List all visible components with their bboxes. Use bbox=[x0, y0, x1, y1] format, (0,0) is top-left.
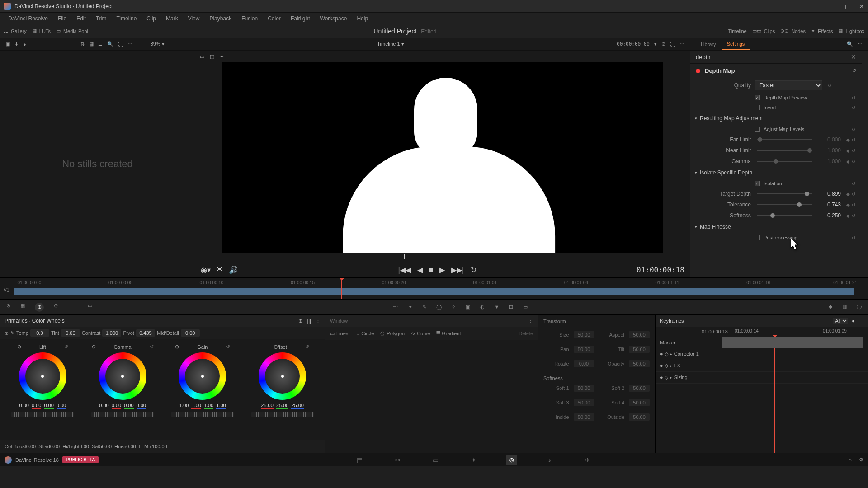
picker-icon[interactable]: ⊕ bbox=[92, 344, 96, 350]
luts-toggle[interactable]: ▦ LUTs bbox=[32, 28, 51, 34]
gain-wheel[interactable] bbox=[179, 352, 226, 400]
maximize-button[interactable]: ▢ bbox=[845, 3, 851, 10]
list-view-icon[interactable]: ☰ bbox=[98, 41, 103, 47]
picker-icon[interactable]: ✎ bbox=[10, 330, 14, 336]
menu-item[interactable]: File bbox=[53, 14, 71, 23]
loop-button[interactable]: ↻ bbox=[471, 266, 476, 274]
grid-view-icon[interactable]: ▦ bbox=[89, 41, 94, 47]
middetail-value[interactable]: 0.00 bbox=[181, 329, 200, 337]
search-icon[interactable]: 🔍 bbox=[107, 41, 113, 47]
page-color[interactable]: ⊚ bbox=[506, 455, 517, 465]
reset-icon[interactable]: ↺ bbox=[852, 105, 855, 110]
quality-select[interactable]: Faster bbox=[755, 80, 822, 90]
far-limit-slider[interactable] bbox=[757, 139, 812, 140]
gamma-wheel[interactable] bbox=[99, 352, 146, 400]
reset-icon[interactable]: ↺ bbox=[852, 95, 855, 100]
first-frame-button[interactable]: |◀◀ bbox=[398, 266, 411, 274]
reset-icon[interactable]: ↺ bbox=[305, 344, 309, 350]
scopes-icon[interactable]: ▥ bbox=[842, 304, 847, 310]
sizing-icon[interactable]: ⊞ bbox=[509, 304, 513, 310]
picker-icon[interactable]: ⊕ bbox=[17, 344, 21, 350]
softness-slider[interactable] bbox=[757, 215, 812, 216]
blur-icon[interactable]: ◐ bbox=[480, 304, 485, 310]
timecode[interactable]: 00:00:00:00 bbox=[617, 41, 650, 47]
rgb-mixer-icon[interactable]: ⋮⋮ bbox=[68, 303, 78, 312]
viewer-scrubber[interactable] bbox=[201, 253, 684, 262]
mediapool-toggle[interactable]: ▭ Media Pool bbox=[56, 28, 88, 34]
minimize-button[interactable]: — bbox=[830, 3, 837, 10]
zoom-level[interactable]: 39% ▾ bbox=[151, 41, 165, 47]
lift-wheel[interactable] bbox=[19, 352, 66, 400]
target-depth-slider[interactable] bbox=[757, 193, 812, 194]
shape-gradient[interactable]: ▀ Gradient bbox=[436, 331, 461, 336]
menu-item[interactable]: DaVinci Resolve bbox=[4, 14, 52, 23]
near-limit-slider[interactable] bbox=[757, 150, 812, 151]
tolerance-slider[interactable] bbox=[757, 204, 812, 205]
hdr-icon[interactable]: ⊙ bbox=[54, 303, 58, 312]
clear-search-icon[interactable]: ✕ bbox=[851, 53, 856, 61]
temp-value[interactable]: 0.0 bbox=[30, 329, 49, 337]
highlight-icon[interactable]: ✦ bbox=[220, 54, 224, 60]
viewport[interactable] bbox=[222, 62, 663, 253]
lift-jog[interactable] bbox=[11, 412, 74, 417]
shape-polygon[interactable]: ⬠ Polygon bbox=[380, 331, 405, 337]
menu-item[interactable]: Mark bbox=[161, 14, 183, 23]
tint-value[interactable]: 0.00 bbox=[61, 329, 80, 337]
home-icon[interactable]: ⌂ bbox=[849, 457, 852, 463]
nodes-toggle[interactable]: ⊙⊙ Nodes bbox=[780, 28, 806, 34]
dot-icon[interactable]: ● bbox=[23, 42, 26, 47]
reset-icon[interactable]: ↺ bbox=[852, 127, 855, 132]
offset-wheel[interactable] bbox=[259, 352, 306, 400]
settings-more-icon[interactable]: ⋯ bbox=[858, 41, 863, 47]
gain-jog[interactable] bbox=[171, 412, 234, 417]
page-fairlight[interactable]: ♪ bbox=[544, 455, 555, 465]
still-grab-icon[interactable]: ⬇ bbox=[14, 41, 19, 47]
reset-icon[interactable]: ↺ bbox=[852, 181, 855, 186]
last-frame-button[interactable]: ▶▶| bbox=[451, 266, 464, 274]
lightbox-toggle[interactable]: ▦ Lightbox bbox=[838, 28, 864, 34]
isolation-checkbox[interactable]: ✓ bbox=[755, 181, 760, 186]
page-media[interactable]: ▤ bbox=[354, 455, 365, 465]
menu-item[interactable]: Timeline bbox=[112, 14, 141, 23]
reset-icon[interactable]: ↺ bbox=[852, 235, 855, 240]
magic-mask-icon[interactable]: ▣ bbox=[466, 304, 470, 310]
page-deliver[interactable]: ✈ bbox=[582, 455, 593, 465]
menu-item[interactable]: Color bbox=[263, 14, 285, 23]
keyframe-mode-icon[interactable]: ◆ bbox=[829, 304, 832, 310]
timeline[interactable]: V1 01:00:00:00 01:00:00:05 01:00:00:10 0… bbox=[0, 277, 868, 299]
menu-item[interactable]: Workspace bbox=[316, 14, 352, 23]
fullscreen-icon[interactable]: ⛶ bbox=[670, 42, 675, 47]
warper-icon[interactable]: ▦ bbox=[20, 303, 25, 312]
pivot-value[interactable]: 0.435 bbox=[136, 329, 155, 337]
gamma-jog[interactable] bbox=[91, 412, 154, 417]
picker-icon[interactable]: ⊕ bbox=[175, 344, 179, 350]
menu-item[interactable]: Clip bbox=[142, 14, 160, 23]
effects-toggle[interactable]: ✦ Effects bbox=[811, 28, 833, 34]
video-track[interactable] bbox=[14, 288, 854, 295]
clips-toggle[interactable]: ▭▭ Clips bbox=[752, 28, 775, 34]
adjust-levels-checkbox[interactable] bbox=[755, 127, 760, 132]
more-icon[interactable]: ⋯ bbox=[679, 41, 684, 47]
search-icon[interactable]: 🔍 bbox=[847, 41, 853, 47]
unmute-icon[interactable]: 👁 bbox=[216, 266, 223, 274]
close-button[interactable]: ✕ bbox=[859, 3, 864, 10]
playhead[interactable] bbox=[341, 278, 342, 299]
menu-item[interactable]: Help bbox=[352, 14, 373, 23]
tracker-icon[interactable]: ✧ bbox=[452, 304, 456, 310]
stop-button[interactable]: ■ bbox=[429, 266, 434, 274]
curves-icon[interactable]: ⊙ bbox=[6, 303, 10, 312]
reset-icon[interactable]: ↺ bbox=[852, 68, 856, 74]
gallery-toggle[interactable]: ☷ Gallery bbox=[4, 28, 27, 34]
contrast-value[interactable]: 1.000 bbox=[102, 329, 121, 337]
expand-icon[interactable]: ⛶ bbox=[118, 42, 123, 47]
auto-balance-icon[interactable]: ⊕ bbox=[5, 330, 9, 336]
key-icon[interactable]: ▼ bbox=[495, 304, 500, 310]
page-cut[interactable]: ✂ bbox=[392, 455, 403, 465]
onion-icon[interactable]: ◉▾ bbox=[201, 266, 211, 274]
menu-item[interactable]: Fusion bbox=[237, 14, 262, 23]
keyframe-filter[interactable]: All bbox=[833, 318, 848, 324]
section-header[interactable]: ▾Resulting Map Adjustment bbox=[690, 113, 862, 124]
more-icon[interactable]: ⋯ bbox=[127, 41, 132, 47]
gallery-view-icon[interactable]: ▣ bbox=[5, 41, 10, 47]
shape-circle[interactable]: ○ Circle bbox=[357, 331, 374, 336]
